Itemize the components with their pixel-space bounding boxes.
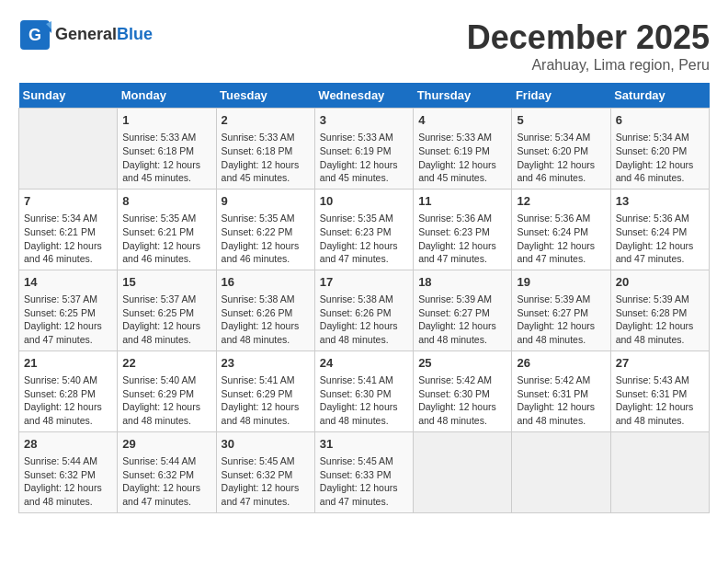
day-info: Sunrise: 5:38 AM Sunset: 6:26 PM Dayligh… xyxy=(222,293,310,347)
day-info: Sunrise: 5:36 AM Sunset: 6:23 PM Dayligh… xyxy=(418,212,506,266)
day-number: 25 xyxy=(418,355,506,372)
header-cell-friday: Friday xyxy=(512,83,610,109)
week-row-4: 21Sunrise: 5:40 AM Sunset: 6:28 PM Dayli… xyxy=(19,350,710,431)
day-number: 11 xyxy=(418,193,506,210)
day-number: 16 xyxy=(222,274,310,291)
day-cell: 24Sunrise: 5:41 AM Sunset: 6:30 PM Dayli… xyxy=(314,350,413,431)
week-row-3: 14Sunrise: 5:37 AM Sunset: 6:25 PM Dayli… xyxy=(19,270,710,350)
day-cell: 11Sunrise: 5:36 AM Sunset: 6:23 PM Dayli… xyxy=(414,189,512,270)
day-number: 20 xyxy=(616,274,704,291)
day-info: Sunrise: 5:40 AM Sunset: 6:28 PM Dayligh… xyxy=(24,373,112,428)
day-cell: 10Sunrise: 5:35 AM Sunset: 6:23 PM Dayli… xyxy=(314,189,413,270)
week-row-5: 28Sunrise: 5:44 AM Sunset: 6:32 PM Dayli… xyxy=(19,431,710,512)
day-number: 21 xyxy=(24,355,112,372)
day-cell xyxy=(610,431,709,512)
day-info: Sunrise: 5:33 AM Sunset: 6:19 PM Dayligh… xyxy=(418,131,506,185)
day-info: Sunrise: 5:34 AM Sunset: 6:21 PM Dayligh… xyxy=(24,212,112,266)
day-cell: 16Sunrise: 5:38 AM Sunset: 6:26 PM Dayli… xyxy=(216,270,314,350)
day-cell: 26Sunrise: 5:42 AM Sunset: 6:31 PM Dayli… xyxy=(512,350,610,431)
day-number: 6 xyxy=(616,112,704,129)
day-info: Sunrise: 5:36 AM Sunset: 6:24 PM Dayligh… xyxy=(517,212,605,266)
day-info: Sunrise: 5:33 AM Sunset: 6:18 PM Dayligh… xyxy=(122,131,210,185)
header-cell-wednesday: Wednesday xyxy=(314,83,413,109)
calendar-table: SundayMondayTuesdayWednesdayThursdayFrid… xyxy=(18,83,710,513)
day-info: Sunrise: 5:35 AM Sunset: 6:21 PM Dayligh… xyxy=(122,212,210,266)
day-cell: 22Sunrise: 5:40 AM Sunset: 6:29 PM Dayli… xyxy=(118,350,216,431)
day-cell: 28Sunrise: 5:44 AM Sunset: 6:32 PM Dayli… xyxy=(19,431,118,512)
day-number: 3 xyxy=(320,112,408,129)
day-info: Sunrise: 5:39 AM Sunset: 6:27 PM Dayligh… xyxy=(517,293,605,347)
header-cell-sunday: Sunday xyxy=(19,83,118,109)
day-number: 14 xyxy=(24,274,112,291)
day-info: Sunrise: 5:33 AM Sunset: 6:18 PM Dayligh… xyxy=(222,131,310,185)
day-info: Sunrise: 5:37 AM Sunset: 6:25 PM Dayligh… xyxy=(122,293,210,347)
header-cell-monday: Monday xyxy=(118,83,216,109)
day-info: Sunrise: 5:38 AM Sunset: 6:26 PM Dayligh… xyxy=(320,293,408,347)
day-cell: 27Sunrise: 5:43 AM Sunset: 6:31 PM Dayli… xyxy=(610,350,709,431)
day-info: Sunrise: 5:45 AM Sunset: 6:33 PM Dayligh… xyxy=(320,454,408,509)
logo-general: General xyxy=(55,25,117,43)
day-info: Sunrise: 5:34 AM Sunset: 6:20 PM Dayligh… xyxy=(517,131,605,185)
day-info: Sunrise: 5:43 AM Sunset: 6:31 PM Dayligh… xyxy=(616,373,704,428)
day-number: 1 xyxy=(122,112,210,129)
day-info: Sunrise: 5:41 AM Sunset: 6:30 PM Dayligh… xyxy=(320,373,408,428)
day-number: 4 xyxy=(418,112,506,129)
day-number: 29 xyxy=(122,436,210,453)
day-cell: 30Sunrise: 5:45 AM Sunset: 6:32 PM Dayli… xyxy=(216,431,314,512)
day-info: Sunrise: 5:44 AM Sunset: 6:32 PM Dayligh… xyxy=(122,454,210,509)
day-cell: 19Sunrise: 5:39 AM Sunset: 6:27 PM Dayli… xyxy=(512,270,610,350)
header: G GeneralBlue December 2025 Arahuay, Lim… xyxy=(18,18,710,74)
day-cell: 31Sunrise: 5:45 AM Sunset: 6:33 PM Dayli… xyxy=(314,431,413,512)
day-info: Sunrise: 5:42 AM Sunset: 6:30 PM Dayligh… xyxy=(418,373,506,428)
day-info: Sunrise: 5:44 AM Sunset: 6:32 PM Dayligh… xyxy=(24,454,112,509)
day-cell: 8Sunrise: 5:35 AM Sunset: 6:21 PM Daylig… xyxy=(118,189,216,270)
day-number: 12 xyxy=(517,193,605,210)
day-cell: 13Sunrise: 5:36 AM Sunset: 6:24 PM Dayli… xyxy=(610,189,709,270)
day-cell: 21Sunrise: 5:40 AM Sunset: 6:28 PM Dayli… xyxy=(19,350,118,431)
day-cell: 12Sunrise: 5:36 AM Sunset: 6:24 PM Dayli… xyxy=(512,189,610,270)
day-cell xyxy=(19,109,118,190)
logo-icon: G xyxy=(18,18,51,52)
day-info: Sunrise: 5:37 AM Sunset: 6:25 PM Dayligh… xyxy=(24,293,112,347)
day-cell: 29Sunrise: 5:44 AM Sunset: 6:32 PM Dayli… xyxy=(118,431,216,512)
day-number: 17 xyxy=(320,274,408,291)
day-cell: 9Sunrise: 5:35 AM Sunset: 6:22 PM Daylig… xyxy=(216,189,314,270)
week-row-1: 1Sunrise: 5:33 AM Sunset: 6:18 PM Daylig… xyxy=(19,109,710,190)
day-number: 15 xyxy=(122,274,210,291)
day-info: Sunrise: 5:45 AM Sunset: 6:32 PM Dayligh… xyxy=(222,454,310,509)
day-info: Sunrise: 5:39 AM Sunset: 6:28 PM Dayligh… xyxy=(616,293,704,347)
day-number: 7 xyxy=(24,193,112,210)
svg-text:G: G xyxy=(28,26,41,44)
day-number: 23 xyxy=(222,355,310,372)
day-info: Sunrise: 5:35 AM Sunset: 6:23 PM Dayligh… xyxy=(320,212,408,266)
day-number: 19 xyxy=(517,274,605,291)
day-cell: 23Sunrise: 5:41 AM Sunset: 6:29 PM Dayli… xyxy=(216,350,314,431)
day-info: Sunrise: 5:40 AM Sunset: 6:29 PM Dayligh… xyxy=(122,373,210,428)
day-number: 27 xyxy=(616,355,704,372)
day-cell: 3Sunrise: 5:33 AM Sunset: 6:19 PM Daylig… xyxy=(314,109,413,190)
day-number: 10 xyxy=(320,193,408,210)
day-number: 31 xyxy=(320,436,408,453)
title-block: December 2025 Arahuay, Lima region, Peru xyxy=(467,18,710,74)
day-cell: 25Sunrise: 5:42 AM Sunset: 6:30 PM Dayli… xyxy=(414,350,512,431)
day-info: Sunrise: 5:33 AM Sunset: 6:19 PM Dayligh… xyxy=(320,131,408,185)
day-cell: 17Sunrise: 5:38 AM Sunset: 6:26 PM Dayli… xyxy=(314,270,413,350)
day-number: 30 xyxy=(222,436,310,453)
day-cell: 4Sunrise: 5:33 AM Sunset: 6:19 PM Daylig… xyxy=(414,109,512,190)
day-number: 2 xyxy=(222,112,310,129)
week-row-2: 7Sunrise: 5:34 AM Sunset: 6:21 PM Daylig… xyxy=(19,189,710,270)
day-info: Sunrise: 5:34 AM Sunset: 6:20 PM Dayligh… xyxy=(616,131,704,185)
day-cell: 18Sunrise: 5:39 AM Sunset: 6:27 PM Dayli… xyxy=(414,270,512,350)
day-cell: 1Sunrise: 5:33 AM Sunset: 6:18 PM Daylig… xyxy=(118,109,216,190)
day-cell: 14Sunrise: 5:37 AM Sunset: 6:25 PM Dayli… xyxy=(19,270,118,350)
day-number: 8 xyxy=(122,193,210,210)
header-cell-thursday: Thursday xyxy=(414,83,512,109)
day-info: Sunrise: 5:42 AM Sunset: 6:31 PM Dayligh… xyxy=(517,373,605,428)
day-number: 13 xyxy=(616,193,704,210)
logo-blue: Blue xyxy=(117,25,153,43)
day-cell: 2Sunrise: 5:33 AM Sunset: 6:18 PM Daylig… xyxy=(216,109,314,190)
day-number: 24 xyxy=(320,355,408,372)
day-cell xyxy=(512,431,610,512)
day-number: 9 xyxy=(222,193,310,210)
day-cell: 6Sunrise: 5:34 AM Sunset: 6:20 PM Daylig… xyxy=(610,109,709,190)
